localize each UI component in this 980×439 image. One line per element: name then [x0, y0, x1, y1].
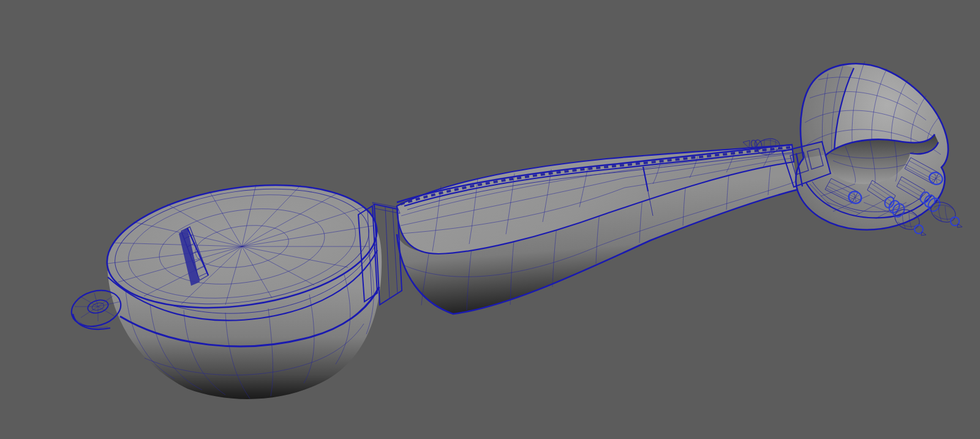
upper-body[interactable] [397, 145, 798, 314]
scene-3d[interactable] [0, 0, 980, 439]
instrument-model[interactable] [67, 61, 962, 399]
viewport-canvas[interactable] [0, 0, 980, 439]
resonator-bowl[interactable] [67, 169, 385, 399]
